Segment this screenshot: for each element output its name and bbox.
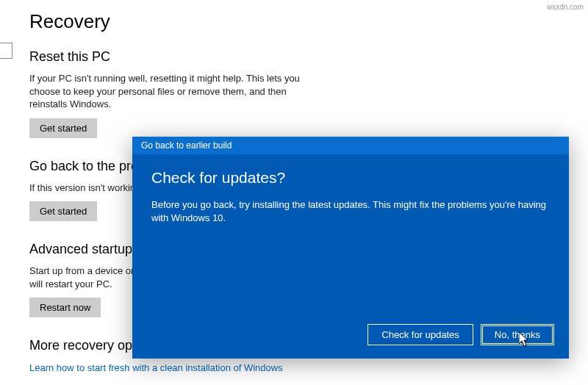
dialog-footer: Check for updates No, thanks (132, 324, 569, 359)
reset-heading: Reset this PC (29, 49, 323, 65)
section-reset-pc: Reset this PC If your PC isn't running w… (29, 49, 323, 138)
no-thanks-button[interactable]: No, thanks (481, 324, 554, 345)
dialog-body: Check for updates? Before you go back, t… (132, 154, 569, 324)
page-title: Recovery (29, 10, 588, 33)
goback-get-started-button[interactable]: Get started (29, 201, 97, 221)
dialog-titlebar: Go back to earlier build (132, 137, 569, 154)
go-back-dialog: Go back to earlier build Check for updat… (132, 137, 569, 359)
restart-now-button[interactable]: Restart now (29, 298, 101, 317)
reset-body: If your PC isn't running well, resetting… (29, 72, 323, 111)
dialog-text: Before you go back, try installing the l… (151, 198, 550, 225)
clean-install-link[interactable]: Learn how to start fresh with a clean in… (29, 362, 283, 373)
dialog-heading: Check for updates? (151, 169, 550, 187)
watermark: wsxdn.com (547, 3, 584, 11)
check-for-updates-button[interactable]: Check for updates (368, 324, 473, 345)
left-tab-stub (0, 43, 12, 59)
reset-get-started-button[interactable]: Get started (29, 118, 97, 138)
